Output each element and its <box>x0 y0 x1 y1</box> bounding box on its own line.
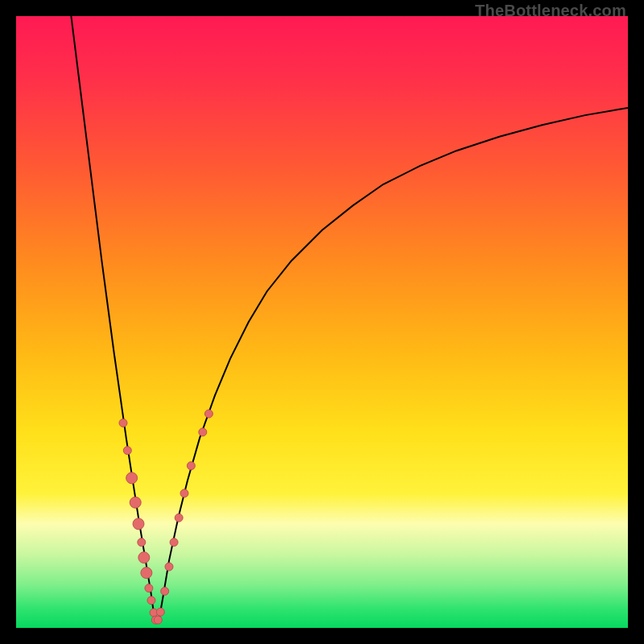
curve-layer <box>71 16 628 621</box>
data-marker <box>141 568 152 579</box>
data-marker <box>138 552 150 564</box>
data-marker <box>187 462 195 470</box>
chart-frame: TheBottleneck.com <box>0 0 644 644</box>
data-marker <box>145 584 153 592</box>
data-marker <box>175 514 183 522</box>
data-marker <box>119 419 127 427</box>
curve-right-branch <box>159 108 628 621</box>
data-marker <box>154 616 162 624</box>
data-marker <box>123 447 131 455</box>
data-marker <box>170 539 178 547</box>
data-marker <box>165 563 173 571</box>
data-marker <box>161 587 169 595</box>
data-marker <box>138 539 146 547</box>
data-marker <box>126 473 138 484</box>
data-marker <box>133 518 144 530</box>
data-marker <box>147 597 155 605</box>
watermark-text: TheBottleneck.com <box>475 2 626 20</box>
data-marker <box>204 410 213 418</box>
data-marker <box>199 428 207 436</box>
data-marker <box>156 608 164 616</box>
data-marker <box>180 489 188 497</box>
chart-svg <box>16 16 628 628</box>
curve-left-branch <box>71 16 155 621</box>
data-marker <box>130 497 141 508</box>
plot-area <box>16 16 628 628</box>
